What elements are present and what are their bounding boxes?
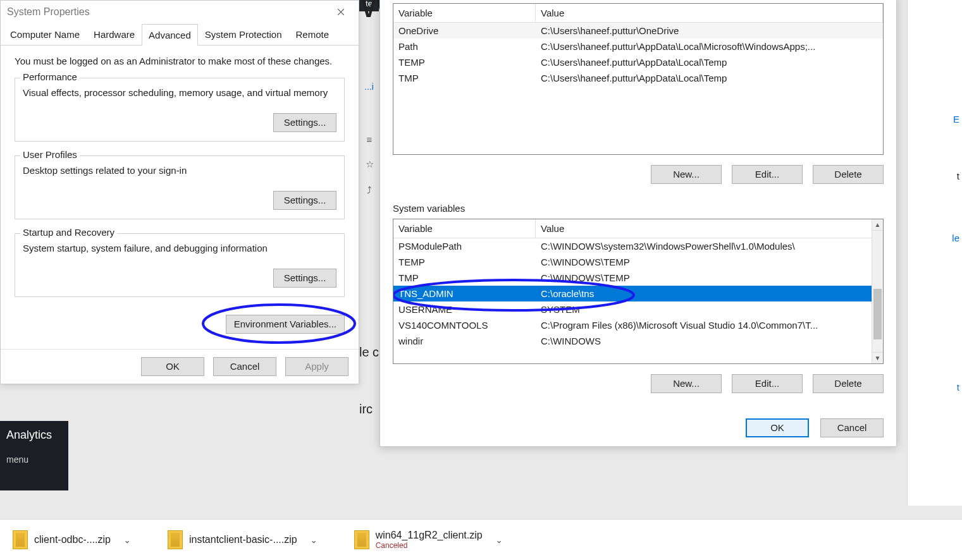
cell-value: C:\WINDOWS\TEMP: [536, 270, 883, 286]
user-variables-table[interactable]: Variable Value OneDriveC:\Users\haneef.p…: [393, 3, 884, 155]
cell-variable: Path: [393, 39, 536, 54]
cell-variable: TEMP: [393, 254, 536, 270]
user-delete-button[interactable]: Delete: [813, 165, 884, 184]
right-panel-fragment: Etlet: [907, 0, 962, 506]
cell-value: C:\Users\haneef.puttur\AppData\Local\Tem…: [536, 54, 883, 70]
tab-computer-name[interactable]: Computer Name: [3, 23, 87, 45]
scroll-down-icon[interactable]: ▼: [872, 352, 883, 363]
dialog-title: System Properties: [7, 6, 90, 18]
ok-button[interactable]: OK: [141, 357, 204, 376]
system-variables-table[interactable]: Variable Value PSModulePathC:\WINDOWS\sy…: [393, 219, 884, 364]
chevron-up-icon[interactable]: ⌃: [310, 535, 318, 545]
cell-variable: TMP: [393, 70, 536, 86]
table-row[interactable]: TEMPC:\WINDOWS\TEMP: [393, 254, 883, 270]
cell-variable: TEMP: [393, 54, 536, 70]
table-header-variable[interactable]: Variable: [393, 219, 536, 238]
table-row[interactable]: TMPC:\WINDOWS\TEMP: [393, 270, 883, 286]
chevron-up-icon[interactable]: ⌃: [123, 535, 131, 545]
table-row[interactable]: USERNAMESYSTEM: [393, 301, 883, 317]
bg-mini-fragment: ...i: [359, 76, 379, 97]
text-fragment[interactable]: le: [952, 233, 959, 243]
download-name: win64_11gR2_client.zip: [376, 530, 483, 541]
table-header-value[interactable]: Value: [536, 219, 883, 238]
table-row[interactable]: TEMPC:\Users\haneef.puttur\AppData\Local…: [393, 54, 883, 70]
cell-value: C:\Users\haneef.puttur\AppData\Local\Mic…: [536, 39, 883, 54]
startup-settings-button[interactable]: Settings...: [273, 269, 336, 288]
userprofiles-settings-button[interactable]: Settings...: [273, 191, 336, 210]
cell-variable: windir: [393, 333, 536, 349]
cell-value: C:\oracle\tns: [536, 286, 883, 301]
download-item[interactable]: client-odbc-....zip⌃: [4, 527, 140, 553]
sidebar-panel: Analytics menu: [0, 421, 68, 490]
group-desc: System startup, system failure, and debu…: [23, 243, 336, 253]
tab-system-protection[interactable]: System Protection: [198, 23, 289, 45]
bg-text-frag1: le c: [359, 345, 379, 360]
tab-hardware[interactable]: Hardware: [87, 23, 142, 45]
text-fragment: t: [957, 171, 959, 181]
group-desc: Visual effects, processor scheduling, me…: [23, 87, 336, 98]
group-desc: Desktop settings related to your sign-in: [23, 165, 336, 176]
zip-file-icon: [168, 530, 183, 549]
group-performance: Performance Visual effects, processor sc…: [15, 78, 345, 142]
group-title: User Profiles: [20, 149, 80, 160]
cell-value: C:\WINDOWS: [536, 333, 883, 349]
text-fragment[interactable]: t: [957, 382, 959, 393]
group-title: Performance: [20, 71, 80, 82]
admin-note: You must be logged on as an Administrato…: [15, 56, 345, 66]
cell-value: C:\WINDOWS\TEMP: [536, 254, 883, 270]
table-row[interactable]: TNS_ADMINC:\oracle\tns: [393, 286, 883, 301]
cell-value: C:\Users\haneef.puttur\AppData\Local\Tem…: [536, 70, 883, 86]
cell-variable: PSModulePath: [393, 238, 536, 254]
text-fragment[interactable]: E: [953, 114, 959, 125]
system-properties-dialog: System Properties Computer NameHardwareA…: [0, 0, 359, 384]
group-startup-recovery: Startup and Recovery System startup, sys…: [15, 233, 345, 297]
tabs-bar: Computer NameHardwareAdvancedSystem Prot…: [1, 23, 359, 46]
cell-value: C:\WINDOWS\system32\WindowsPowerShell\v1…: [536, 238, 883, 254]
cancel-button[interactable]: Cancel: [213, 357, 276, 376]
group-user-profiles: User Profiles Desktop settings related t…: [15, 155, 345, 219]
table-row[interactable]: TMPC:\Users\haneef.puttur\AppData\Local\…: [393, 70, 883, 86]
apply-button: Apply: [285, 357, 348, 376]
cell-variable: TMP: [393, 270, 536, 286]
table-row[interactable]: OneDriveC:\Users\haneef.puttur\OneDrive: [393, 23, 883, 39]
scroll-up-icon[interactable]: ▲: [872, 219, 883, 231]
performance-settings-button[interactable]: Settings...: [273, 113, 336, 132]
cell-value: SYSTEM: [536, 301, 883, 317]
bg-toolbar-icons: ≡☆⤴: [361, 126, 378, 202]
sys-new-button[interactable]: New...: [651, 374, 722, 393]
download-item[interactable]: win64_11gR2_client.zipCanceled⌃: [345, 526, 512, 554]
ev-ok-button[interactable]: OK: [746, 418, 809, 437]
user-edit-button[interactable]: Edit...: [732, 165, 803, 184]
scrollbar[interactable]: ▲ ▼: [872, 219, 883, 363]
close-icon[interactable]: [330, 4, 352, 20]
download-name: client-odbc-....zip: [34, 534, 111, 545]
environment-variables-dialog: Variable Value OneDriveC:\Users\haneef.p…: [379, 0, 897, 447]
table-header-variable[interactable]: Variable: [393, 4, 536, 22]
table-row[interactable]: PSModulePathC:\WINDOWS\system32\WindowsP…: [393, 238, 883, 254]
table-row[interactable]: PathC:\Users\haneef.puttur\AppData\Local…: [393, 39, 883, 54]
table-row[interactable]: windirC:\WINDOWS: [393, 333, 883, 349]
tab-advanced[interactable]: Advanced: [142, 24, 198, 46]
cell-variable: OneDrive: [393, 23, 536, 39]
download-item[interactable]: instantclient-basic-....zip⌃: [159, 527, 326, 553]
download-shelf: client-odbc-....zip⌃instantclient-basic-…: [0, 519, 962, 560]
sys-edit-button[interactable]: Edit...: [732, 374, 803, 393]
tab-remote[interactable]: Remote: [289, 23, 336, 45]
bg-text-frag2: irc: [359, 402, 373, 417]
ev-cancel-button[interactable]: Cancel: [820, 418, 884, 437]
sys-delete-button[interactable]: Delete: [813, 374, 884, 393]
environment-variables-button[interactable]: Environment Variables...: [226, 315, 345, 334]
download-status: Canceled: [376, 541, 483, 550]
scroll-thumb[interactable]: [873, 289, 882, 339]
chevron-up-icon[interactable]: ⌃: [495, 535, 503, 545]
sidebar-menu-label[interactable]: menu: [6, 454, 62, 465]
zip-file-icon: [13, 530, 28, 549]
table-header-value[interactable]: Value: [536, 4, 883, 22]
zip-file-icon: [354, 530, 369, 549]
download-name: instantclient-basic-....zip: [189, 534, 297, 545]
cell-variable: TNS_ADMIN: [393, 286, 536, 301]
system-variables-label: System variables: [393, 203, 884, 214]
cell-value: C:\Program Files (x86)\Microsoft Visual …: [536, 317, 883, 333]
user-new-button[interactable]: New...: [651, 165, 722, 184]
table-row[interactable]: VS140COMNTOOLSC:\Program Files (x86)\Mic…: [393, 317, 883, 333]
